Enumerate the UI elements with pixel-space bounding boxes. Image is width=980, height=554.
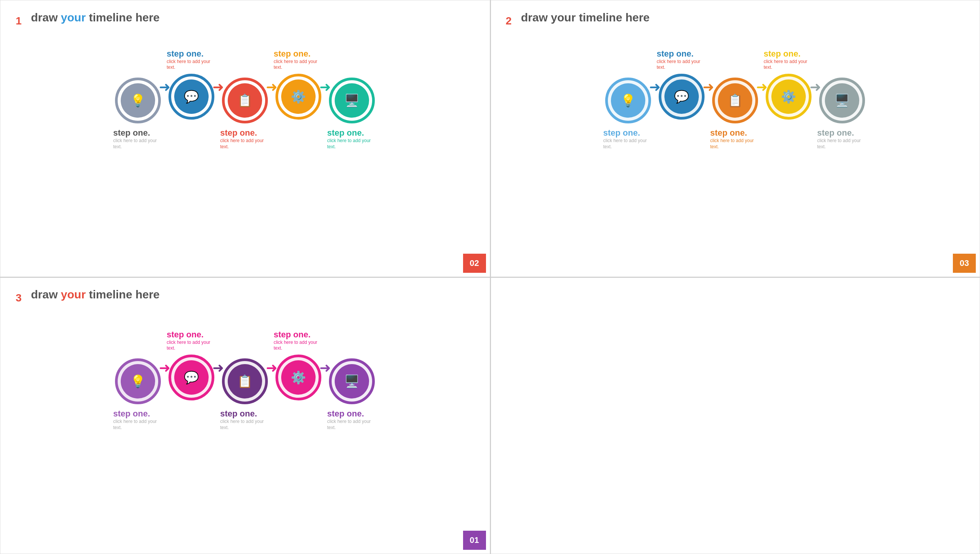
s2-step3-label: step one. xyxy=(710,128,760,138)
s2-step5-desc: click here to add your text. xyxy=(817,138,867,150)
s3-step1-label: step one. xyxy=(113,409,163,419)
s2-step2-label: step one. xyxy=(657,49,706,59)
s1-step1-label: step one. xyxy=(113,128,163,138)
slide-3-title: draw your timeline here xyxy=(31,288,160,301)
s2-step1-label: step one. xyxy=(603,128,653,138)
page-badge-02: 02 xyxy=(463,254,486,273)
s1-step4-desc: click here to add your text. xyxy=(274,59,323,71)
slide-number-3: 3 xyxy=(16,292,22,304)
s2-step4-label: step one. xyxy=(764,49,813,59)
s1-step1-desc: click here to add your text. xyxy=(113,138,163,150)
slide-2: 2 draw your timeline here 💡 xyxy=(490,0,980,277)
s1-step2-label: step one. xyxy=(167,49,216,59)
s3-step5-desc: click here to add your text. xyxy=(327,419,377,431)
s3-step3-label: step one. xyxy=(220,409,270,419)
s2-step5-label: step one. xyxy=(817,128,867,138)
s3-step3-desc: click here to add your text. xyxy=(220,419,270,431)
s1-step5-desc: click here to add your text. xyxy=(327,138,377,150)
s1-step5-label: step one. xyxy=(327,128,377,138)
s2-step1-desc: click here to add your text. xyxy=(603,138,653,150)
slide-number-2: 2 xyxy=(506,15,512,27)
slide-2-title: draw your timeline here xyxy=(521,11,650,24)
page-badge-01: 01 xyxy=(463,531,486,550)
slide-number-1: 1 xyxy=(16,15,22,27)
s3-step4-label: step one. xyxy=(274,330,323,340)
s2-step3-desc: click here to add your text. xyxy=(710,138,760,150)
page-badge-03: 03 xyxy=(953,254,976,273)
s1-step2-desc: click here to add your text. xyxy=(167,59,216,71)
s3-step5-label: step one. xyxy=(327,409,377,419)
s3-step4-desc: click here to add your text. xyxy=(274,340,323,352)
slide-1-title: draw your timeline here xyxy=(31,11,160,24)
slide-1: 1 draw your timeline here 💡 xyxy=(0,0,490,277)
s2-step2-desc: click here to add your text. xyxy=(657,59,706,71)
s3-step2-desc: click here to add your text. xyxy=(167,340,216,352)
s3-step2-label: step one. xyxy=(167,330,216,340)
s3-step1-desc: click here to add your text. xyxy=(113,419,163,431)
s1-step4-label: step one. xyxy=(274,49,323,59)
s1-step3-label: step one. xyxy=(220,128,270,138)
slide-4 xyxy=(490,277,980,554)
slide-3: 3 draw your timeline here 💡 xyxy=(0,277,490,554)
s1-step3-desc: click here to add your text. xyxy=(220,138,270,150)
s2-step4-desc: click here to add your text. xyxy=(764,59,813,71)
